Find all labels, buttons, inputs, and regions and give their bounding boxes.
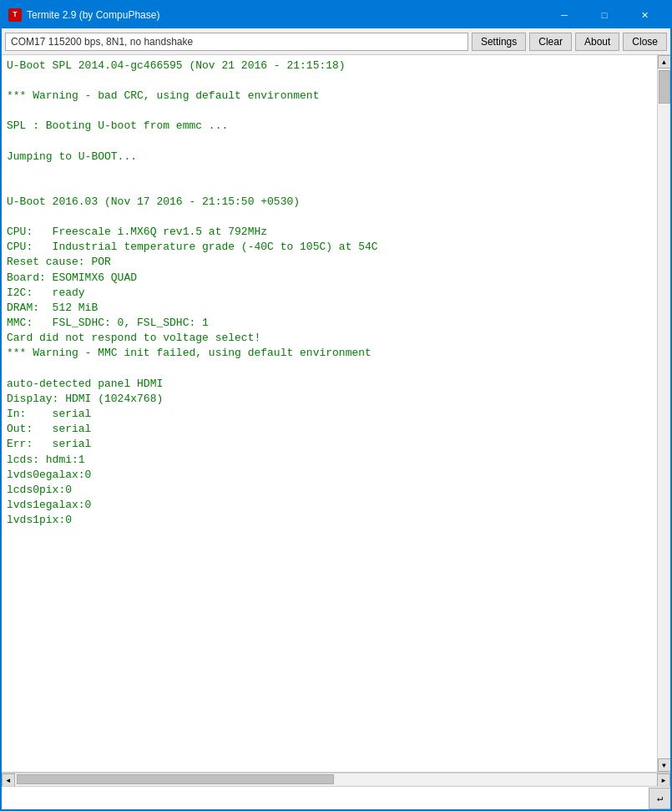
terminal-line: Display: HDMI (1024x768): [7, 392, 652, 407]
terminal-line: MMC: FSL_SDHC: 0, FSL_SDHC: 1: [7, 316, 652, 331]
settings-button[interactable]: Settings: [472, 33, 526, 51]
horizontal-scrollbar[interactable]: ◄ ►: [2, 773, 670, 786]
terminal-line: lvds1egalax:0: [7, 498, 652, 513]
terminal-line: Board: ESOMIMX6 QUAD: [7, 271, 652, 286]
terminal-line: auto-detected panel HDMI: [7, 377, 652, 392]
terminal-line: [7, 180, 652, 195]
terminal-line: SPL : Booting U-boot from emmc ...: [7, 119, 652, 134]
bottom-area: ◄ ► ↵: [2, 772, 670, 809]
terminal-line: CPU: Freescale i.MX6Q rev1.5 at 792MHz: [7, 225, 652, 240]
scroll-down-button[interactable]: ▼: [658, 758, 671, 772]
maximize-button[interactable]: □: [585, 7, 624, 23]
terminal-line: DRAM: 512 MiB: [7, 301, 652, 316]
terminal-line: lvds1pix:0: [7, 513, 652, 528]
terminal-line: lcds0pix:0: [7, 483, 652, 498]
main-window: T Termite 2.9 (by CompuPhase) ─ □ ✕ COM1…: [0, 0, 672, 811]
window-controls: ─ □ ✕: [545, 7, 664, 23]
scroll-right-button[interactable]: ►: [657, 773, 670, 787]
terminal-line: Reset cause: POR: [7, 255, 652, 270]
terminal-line: [7, 165, 652, 180]
scroll-up-button[interactable]: ▲: [658, 55, 671, 68]
terminal-line: *** Warning - bad CRC, using default env…: [7, 89, 652, 104]
terminal-line: [7, 210, 652, 225]
terminal-line: [7, 362, 652, 377]
terminal-line: U-Boot 2016.03 (Nov 17 2016 - 21:15:50 +…: [7, 195, 652, 210]
terminal-line: Out: serial: [7, 422, 652, 437]
terminal-line: CPU: Industrial temperature grade (-40C …: [7, 240, 652, 255]
terminal-line: U-Boot SPL 2014.04-gc466595 (Nov 21 2016…: [7, 58, 652, 73]
terminal-line: *** Warning - MMC init failed, using def…: [7, 346, 652, 361]
terminal-line: lcds: hdmi:1: [7, 453, 652, 468]
send-button[interactable]: ↵: [649, 788, 670, 809]
terminal-line: [7, 73, 652, 89]
input-area: ↵: [2, 786, 670, 809]
connection-status: COM17 115200 bps, 8N1, no handshake: [5, 33, 468, 51]
terminal-line: [7, 134, 652, 150]
terminal-line: lvds0egalax:0: [7, 468, 652, 483]
scroll-left-button[interactable]: ◄: [2, 773, 15, 787]
about-button[interactable]: About: [575, 33, 619, 51]
close-button[interactable]: ✕: [625, 7, 664, 23]
scroll-track-h: [15, 773, 657, 786]
terminal-output[interactable]: U-Boot SPL 2014.04-gc466595 (Nov 21 2016…: [2, 55, 657, 772]
scroll-thumb-v[interactable]: [659, 70, 670, 104]
terminal-line: Card did not respond to voltage select!: [7, 331, 652, 346]
minimize-button[interactable]: ─: [545, 7, 584, 23]
terminal-line: Jumping to U-BOOT...: [7, 150, 652, 165]
terminal-area: U-Boot SPL 2014.04-gc466595 (Nov 21 2016…: [2, 55, 670, 772]
terminal-line: In: serial: [7, 407, 652, 422]
app-icon: T: [8, 8, 22, 22]
title-bar: T Termite 2.9 (by CompuPhase) ─ □ ✕: [2, 2, 670, 28]
clear-button[interactable]: Clear: [529, 33, 572, 51]
scroll-track-v: [658, 68, 671, 758]
input-field[interactable]: [2, 788, 649, 809]
window-title: Termite 2.9 (by CompuPhase): [27, 9, 545, 21]
terminal-line: Err: serial: [7, 437, 652, 452]
toolbar: COM17 115200 bps, 8N1, no handshake Sett…: [2, 28, 670, 55]
close-window-button[interactable]: Close: [623, 33, 667, 51]
terminal-line: [7, 104, 652, 119]
vertical-scrollbar[interactable]: ▲ ▼: [657, 55, 670, 772]
terminal-line: I2C: ready: [7, 286, 652, 301]
scroll-thumb-h[interactable]: [17, 774, 334, 784]
